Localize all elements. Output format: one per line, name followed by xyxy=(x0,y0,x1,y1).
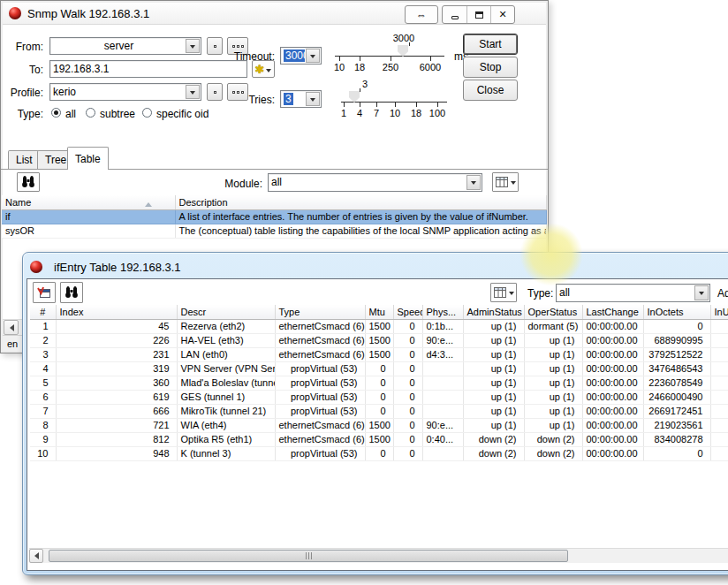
table-cell: down (2) xyxy=(524,446,582,460)
table-cell: 0 xyxy=(393,333,422,347)
profile-combobox[interactable]: kerio xyxy=(49,83,201,101)
from-detail-button[interactable] xyxy=(207,37,223,55)
square-icon xyxy=(232,45,235,48)
timeout-slider-track[interactable] xyxy=(335,56,444,57)
maximize-button[interactable] xyxy=(466,6,490,23)
desktop: Snmp Walk 192.168.3.1 ⇔ ✕ From: server T… xyxy=(0,0,728,585)
table-row[interactable]: 2226HA-VEL (eth3)ethernetCsmacd (6)15000… xyxy=(30,333,728,347)
table-row[interactable]: 7666MikroTik (tunnel 21)propVirtual (53)… xyxy=(30,404,728,418)
tab-list[interactable]: List xyxy=(8,150,41,169)
scroll-left-button[interactable] xyxy=(4,320,19,335)
table-cell: 0 xyxy=(393,376,422,390)
columns-button[interactable] xyxy=(492,172,519,192)
scroll-left-button[interactable] xyxy=(29,549,43,563)
resize-button[interactable]: ⇔ xyxy=(405,5,438,24)
from-value: server xyxy=(53,40,185,53)
close-icon: ✕ xyxy=(498,9,506,20)
tick xyxy=(360,57,360,61)
tries-slider[interactable]: 3 1 4 7 10 18 100 xyxy=(337,79,454,119)
tries-dropdown-arrow-icon[interactable] xyxy=(306,92,320,106)
type-filter-combobox[interactable]: all xyxy=(556,284,710,302)
table-row[interactable]: 10948K (tunnel 3)propVirtual (53)00down … xyxy=(30,446,728,460)
table-row[interactable]: 8721WIA (eth4)ethernetCsmacd (6)1500090:… xyxy=(30,418,728,432)
find-button[interactable] xyxy=(17,172,40,192)
column-header-description[interactable]: Description xyxy=(175,195,547,209)
column-header[interactable]: Speed xyxy=(393,305,422,319)
binoculars-icon xyxy=(64,285,79,300)
find-button[interactable] xyxy=(60,282,83,303)
slider-notch xyxy=(360,88,360,92)
column-header[interactable]: Descr xyxy=(177,305,275,319)
profile-label: Profile: xyxy=(4,87,43,99)
start-button[interactable]: Start xyxy=(463,34,518,55)
table-row[interactable]: 145Rezerva (eth2)ethernetCsmacd (6)15000… xyxy=(30,319,728,333)
timeout-combobox[interactable]: 3000 xyxy=(280,47,322,65)
table-row[interactable]: 6619GES (tunnel 1)propVirtual (53)00up (… xyxy=(30,390,728,404)
tick xyxy=(360,103,360,107)
column-header[interactable]: InU xyxy=(710,305,728,319)
mode-button[interactable] xyxy=(33,282,56,303)
table-cell: sysOR xyxy=(2,224,175,238)
tick xyxy=(391,57,391,61)
tries-slider-track[interactable] xyxy=(341,102,447,103)
stop-button[interactable]: Stop xyxy=(463,57,518,78)
timeout-dropdown-arrow-icon[interactable] xyxy=(306,49,320,63)
column-header[interactable]: Type xyxy=(275,305,365,319)
column-header[interactable]: AdminStatus xyxy=(463,305,524,319)
snmp-walk-titlebar[interactable]: Snmp Walk 192.168.3.1 ⇔ ✕ xyxy=(3,3,546,25)
timeout-slider[interactable]: 3000 10 18 250 6000 xyxy=(333,33,450,73)
type-radio-subtree[interactable] xyxy=(86,108,95,118)
table-cell: GES (tunnel 1) xyxy=(177,390,275,404)
square-icon xyxy=(237,45,239,48)
table-cell xyxy=(710,376,728,390)
table-cell: Mlad'a Boleslav (tunnel 17) xyxy=(177,376,275,390)
window-title: Snmp Walk 192.168.3.1 xyxy=(27,7,149,20)
table-cell: ethernetCsmacd (6) xyxy=(275,347,365,361)
close-session-button[interactable]: Close xyxy=(463,80,518,101)
column-header[interactable]: Mtu xyxy=(365,305,393,319)
column-header[interactable]: LastChange xyxy=(582,305,643,319)
table-row[interactable]: 9812Optika R5 (eth1)ethernetCsmacd (6)15… xyxy=(30,432,728,446)
from-dropdown-arrow-icon[interactable] xyxy=(186,39,200,53)
table-cell: 2669172451 xyxy=(643,404,710,418)
ifentry-titlebar[interactable]: ifEntry Table 192.168.3.1 xyxy=(27,256,728,277)
column-header[interactable]: OperStatus xyxy=(524,305,582,319)
columns-button[interactable] xyxy=(490,283,517,302)
tab-table[interactable]: Table xyxy=(67,147,109,170)
table-row[interactable]: sysORThe (conceptual) table listing the … xyxy=(2,224,547,238)
tick xyxy=(395,103,396,107)
column-header[interactable]: Index xyxy=(56,305,177,319)
table-row[interactable]: ifA list of interface entries. The numbe… xyxy=(2,209,547,224)
table-cell: 688990995 xyxy=(643,333,710,347)
scroll-thumb[interactable] xyxy=(49,550,568,562)
column-header-name[interactable]: Name xyxy=(2,195,175,209)
type-radio-all[interactable] xyxy=(51,108,61,118)
module-combobox[interactable]: all xyxy=(268,173,482,192)
add-label[interactable]: Ad xyxy=(717,287,728,300)
module-dropdown-arrow-icon[interactable] xyxy=(466,175,481,190)
column-header[interactable]: # xyxy=(30,305,56,319)
table-cell: down (2) xyxy=(463,446,524,460)
type-dropdown-arrow-icon[interactable] xyxy=(694,285,709,300)
tries-combobox[interactable]: 3 xyxy=(280,90,322,108)
table-row[interactable]: 3231LAN (eth0)ethernetCsmacd (6)15000d4:… xyxy=(30,347,728,361)
to-options-button[interactable]: ✱ xyxy=(252,60,275,78)
table-cell xyxy=(710,418,728,432)
table-cell: LAN (eth0) xyxy=(177,347,275,361)
profile-dropdown-arrow-icon[interactable] xyxy=(186,85,200,99)
to-input[interactable] xyxy=(49,60,247,78)
table-row[interactable]: 5360Mlad'a Boleslav (tunnel 17)propVirtu… xyxy=(30,376,728,390)
minimize-icon xyxy=(451,16,459,19)
close-button[interactable]: ✕ xyxy=(490,6,514,23)
table-row[interactable]: 4319VPN Server (VPN Server)propVirtual (… xyxy=(30,361,728,376)
ifentry-table-wrap: #IndexDescrTypeMtuSpeedPhys...AdminStatu… xyxy=(30,305,728,461)
ifentry-hscrollbar[interactable] xyxy=(29,548,728,563)
profile-detail-button[interactable] xyxy=(207,83,223,101)
type-radio-specific-oid[interactable] xyxy=(142,108,152,118)
column-header[interactable]: Phys... xyxy=(422,305,463,319)
column-header[interactable]: InOctets xyxy=(643,305,710,319)
table-cell xyxy=(710,333,728,347)
minimize-button[interactable] xyxy=(443,6,466,23)
table-cell: 0 xyxy=(393,319,422,333)
from-combobox[interactable]: server xyxy=(49,37,201,55)
